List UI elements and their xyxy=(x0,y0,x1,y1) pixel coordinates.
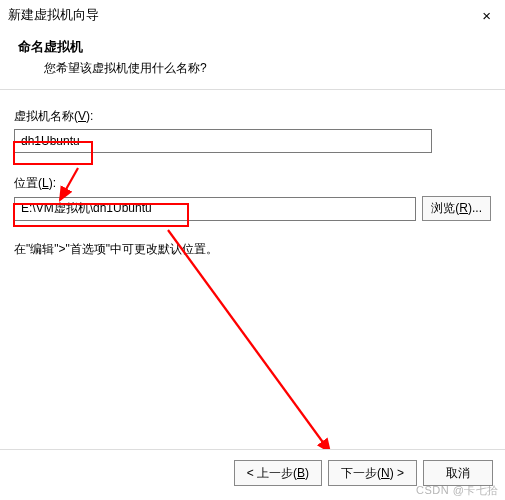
wizard-header: 命名虚拟机 您希望该虚拟机使用什么名称? xyxy=(0,30,505,90)
page-title: 命名虚拟机 xyxy=(18,38,495,56)
svg-line-2 xyxy=(168,230,330,452)
window-title: 新建虚拟机向导 xyxy=(8,6,99,24)
page-subtitle: 您希望该虚拟机使用什么名称? xyxy=(44,60,495,77)
wizard-footer: < 上一步(B) 下一步(N) > 取消 xyxy=(0,449,505,500)
default-location-hint: 在"编辑">"首选项"中可更改默认位置。 xyxy=(14,241,491,258)
vm-name-label: 虚拟机名称(V): xyxy=(14,108,491,125)
cancel-button[interactable]: 取消 xyxy=(423,460,493,486)
back-button[interactable]: < 上一步(B) xyxy=(234,460,322,486)
close-icon[interactable]: × xyxy=(478,7,495,24)
wizard-body: 虚拟机名称(V): 位置(L): 浏览(R)... 在"编辑">"首选项"中可更… xyxy=(0,90,505,258)
location-label: 位置(L): xyxy=(14,175,491,192)
next-button[interactable]: 下一步(N) > xyxy=(328,460,417,486)
browse-button[interactable]: 浏览(R)... xyxy=(422,196,491,221)
titlebar: 新建虚拟机向导 × xyxy=(0,0,505,30)
location-input[interactable] xyxy=(14,197,416,221)
vm-name-input[interactable] xyxy=(14,129,432,153)
